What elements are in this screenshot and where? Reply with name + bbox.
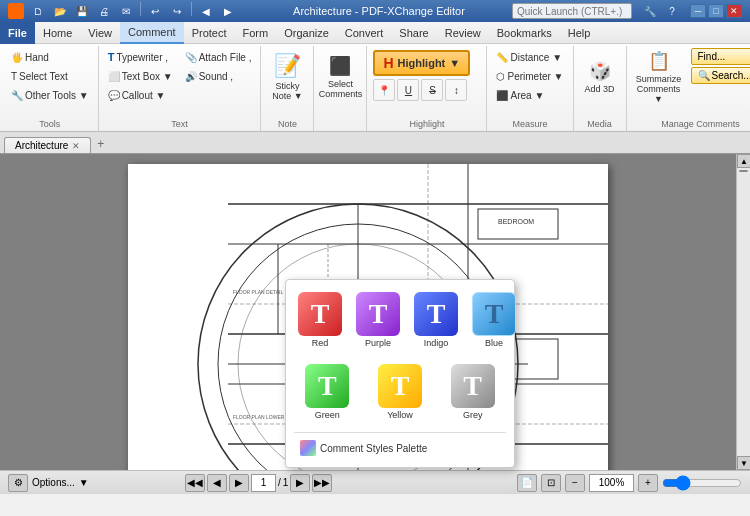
text-box-btn[interactable]: ⬜ Text Box ▼ <box>103 67 178 85</box>
print-btn[interactable]: 🖨 <box>94 2 114 20</box>
menu-protect[interactable]: Protect <box>184 22 235 44</box>
attach-file-btn[interactable]: 📎 Attach File , <box>180 48 257 66</box>
indigo-t-icon: T <box>414 292 458 336</box>
manage-label: Manage Comments <box>631 117 750 129</box>
replace-btn[interactable]: ↕ <box>445 79 467 101</box>
zoom-slider[interactable] <box>662 476 742 490</box>
email-btn[interactable]: ✉ <box>116 2 136 20</box>
menu-file[interactable]: File <box>0 22 35 44</box>
fit-btn[interactable]: ⊡ <box>541 474 561 492</box>
select-comments-label <box>318 127 362 129</box>
quick-launch-input[interactable] <box>512 3 632 19</box>
scroll-up-btn[interactable]: ▲ <box>737 154 750 168</box>
tab-close-btn[interactable]: ✕ <box>72 141 80 151</box>
next-page-btn[interactable]: ▶ <box>290 474 310 492</box>
prev-page-btn[interactable]: ◀ <box>207 474 227 492</box>
summarize-btn[interactable]: 📋 SummarizeComments ▼ <box>631 48 687 106</box>
indigo-label: Indigo <box>424 338 449 348</box>
dropdown-grey[interactable]: T Grey <box>439 360 506 424</box>
select-comments-btn[interactable]: ⬛ SelectComments <box>318 48 362 106</box>
play-btn[interactable]: ▶ <box>229 474 249 492</box>
menu-home[interactable]: Home <box>35 22 80 44</box>
sound-btn[interactable]: 🔊 Sound , <box>180 67 257 85</box>
menu-view[interactable]: View <box>80 22 120 44</box>
find-btn[interactable]: Find... <box>691 48 750 65</box>
tab-add-btn[interactable]: + <box>91 135 110 153</box>
zoom-in-btn[interactable]: + <box>638 474 658 492</box>
perimeter-btn[interactable]: ⬡ Perimeter ▼ <box>491 67 568 85</box>
area-btn[interactable]: ⬛ Area ▼ <box>491 86 568 104</box>
highlight-icon: H <box>383 55 393 71</box>
search-btn[interactable]: 🔍 Search... ▼ <box>691 67 750 84</box>
highlight-btn[interactable]: H Highlight ▼ <box>373 50 470 76</box>
menu-convert[interactable]: Convert <box>337 22 392 44</box>
manage-comments-group: 📋 SummarizeComments ▼ Find... 🔍 Search..… <box>627 46 750 131</box>
underline-btn[interactable]: U <box>397 79 419 101</box>
callout-btn[interactable]: 💬 Callout ▼ <box>103 86 178 104</box>
back-btn[interactable]: ◀ <box>196 2 216 20</box>
new-btn[interactable]: 🗋 <box>28 2 48 20</box>
comment-styles-palette-btn[interactable]: Comment Styles Palette <box>294 437 506 459</box>
hand-tool-btn[interactable]: 🖐 Hand <box>6 48 94 66</box>
red-label: Red <box>312 338 329 348</box>
scroll-down-btn[interactable]: ▼ <box>737 456 750 470</box>
zoom-out-btn[interactable]: − <box>565 474 585 492</box>
other-tools-btn[interactable]: 🔧 Other Tools ▼ <box>6 86 94 104</box>
forward-btn[interactable]: ▶ <box>218 2 238 20</box>
options-dropdown[interactable]: ▼ <box>79 477 89 488</box>
tab-architecture[interactable]: Architecture ✕ <box>4 137 91 153</box>
maximize-btn[interactable]: □ <box>708 4 724 18</box>
dropdown-blue[interactable]: T Blue <box>468 288 520 352</box>
options-btn[interactable]: ⚙ <box>8 474 28 492</box>
first-page-btn[interactable]: ◀◀ <box>185 474 205 492</box>
menu-comment[interactable]: Comment <box>120 22 184 44</box>
strikeout-btn[interactable]: S <box>421 79 443 101</box>
scroll-thumb[interactable] <box>739 170 748 172</box>
ribbon-toggle[interactable]: 🔧 <box>640 2 660 20</box>
dropdown-green[interactable]: T Green <box>294 360 361 424</box>
page-divider: / <box>278 477 281 488</box>
add-3d-btn[interactable]: 🎲 Add 3D <box>578 48 622 106</box>
dropdown-red[interactable]: T Red <box>294 288 346 352</box>
dropdown-indigo[interactable]: T Indigo <box>410 288 462 352</box>
zoom-input[interactable] <box>589 474 634 492</box>
svg-text:FLOOR PLAN LOWER: FLOOR PLAN LOWER <box>233 414 285 420</box>
distance-btn[interactable]: 📏 Distance ▼ <box>491 48 568 66</box>
typewriter-btn[interactable]: T Typewriter , <box>103 48 178 66</box>
menu-review[interactable]: Review <box>437 22 489 44</box>
save-btn[interactable]: 💾 <box>72 2 92 20</box>
select-text-btn[interactable]: T Select Text <box>6 67 94 85</box>
dropdown-purple[interactable]: T Purple <box>352 288 404 352</box>
minimize-btn[interactable]: ─ <box>690 4 706 18</box>
distance-icon: 📏 <box>496 52 508 63</box>
palette-icon <box>300 440 316 456</box>
purple-t-icon: T <box>356 292 400 336</box>
redo-btn[interactable]: ↪ <box>167 2 187 20</box>
open-btn[interactable]: 📂 <box>50 2 70 20</box>
menu-help[interactable]: Help <box>560 22 599 44</box>
sticky-note-btn[interactable]: 📝 Sticky Note ▼ <box>265 48 309 106</box>
menu-share[interactable]: Share <box>391 22 436 44</box>
yellow-t-icon: T <box>378 364 422 408</box>
add-3d-icon: 🎲 <box>589 60 611 82</box>
dropdown-grid-row1: T Red T Purple T Indigo T Blue <box>294 288 506 352</box>
close-btn[interactable]: ✕ <box>726 4 742 18</box>
menu-organize[interactable]: Organize <box>276 22 337 44</box>
status-bar: ⚙ Options... ▼ ◀◀ ◀ ▶ / 1 ▶ ▶▶ 📄 ⊡ − + <box>0 470 750 494</box>
menu-bookmarks[interactable]: Bookmarks <box>489 22 560 44</box>
page-view-btn[interactable]: 📄 <box>517 474 537 492</box>
undo-btn[interactable]: ↩ <box>145 2 165 20</box>
menu-form[interactable]: Form <box>235 22 277 44</box>
dropdown-yellow[interactable]: T Yellow <box>367 360 434 424</box>
app-icon <box>8 3 24 19</box>
marker-btn[interactable]: 📍 <box>373 79 395 101</box>
separator <box>140 2 141 16</box>
page-input[interactable] <box>251 474 276 492</box>
tools-icon: 🔧 <box>11 90 23 101</box>
help-icon[interactable]: ? <box>662 2 682 20</box>
sticky-note-icon: 📝 <box>274 53 301 79</box>
last-page-btn[interactable]: ▶▶ <box>312 474 332 492</box>
green-t-icon: T <box>305 364 349 408</box>
status-left: ⚙ Options... ▼ <box>8 474 89 492</box>
blue-label: Blue <box>485 338 503 348</box>
